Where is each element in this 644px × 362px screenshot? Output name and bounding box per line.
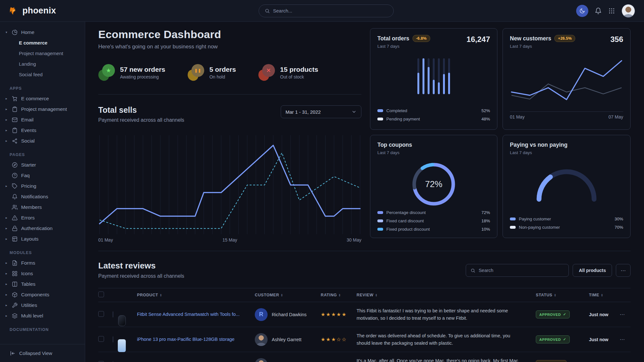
- sidebar-item-errors[interactable]: ▸Errors: [0, 212, 85, 223]
- row-checkbox[interactable]: [98, 361, 104, 362]
- product-link[interactable]: iPhone 13 pro max-Pacific Blue-128GB sto…: [137, 336, 255, 342]
- sort-icon[interactable]: ▲▼: [375, 293, 378, 297]
- caret-right-icon: ▸: [4, 107, 8, 111]
- legend-row-non-paying-customer: Non-paying customer70%: [510, 223, 623, 231]
- total-orders-card: Total orders -6.8% Last 7 days 16,247 Co…: [370, 28, 497, 130]
- order-bar: [443, 58, 445, 94]
- legend-row-completed: Completed52%: [377, 106, 490, 115]
- paying-legend: Paying customer30%Non-paying customer70%: [510, 215, 623, 231]
- sidebar-item-label: Pricing: [21, 183, 36, 189]
- sort-icon[interactable]: ▲▼: [339, 293, 341, 297]
- column-header-review[interactable]: REVIEW▲▼: [357, 293, 536, 297]
- customer-name: Ashley Garrett: [272, 337, 302, 342]
- sidebar-subitem-project-management[interactable]: Project management: [0, 48, 85, 59]
- sidebar-item-faq[interactable]: Faq: [0, 170, 85, 181]
- legend-row-fixed-card-discount: Fixed card discount18%: [377, 217, 490, 225]
- legend-value: 48%: [481, 117, 490, 121]
- order-bar: [428, 58, 430, 94]
- sidebar-item-project-management[interactable]: ▸Project management: [0, 104, 85, 114]
- review-text: It's a Mac, after all. Once you've gone …: [357, 357, 536, 362]
- sidebar-item-label: Project management: [21, 106, 67, 112]
- sidebar-item-layouts[interactable]: ▸Layouts: [0, 234, 85, 244]
- stat-57-new-orders: ★57 new ordersAwating processing: [98, 64, 165, 81]
- row-checkbox[interactable]: [98, 311, 104, 317]
- caret-right-icon: ▸: [4, 314, 8, 317]
- sidebar-item-utilities[interactable]: ▸Utilities: [0, 300, 85, 310]
- theme-toggle-button[interactable]: [576, 5, 588, 17]
- column-header-time[interactable]: TIME▲▼: [589, 293, 620, 297]
- sidebar-item-e-commerce[interactable]: ▸E commerce: [0, 93, 85, 104]
- row-checkbox[interactable]: [98, 336, 104, 342]
- sidebar-item-components[interactable]: ▸Components: [0, 289, 85, 300]
- users-icon: [12, 204, 18, 210]
- user-avatar[interactable]: [622, 4, 635, 18]
- product-thumbnail-fitbit[interactable]: [113, 311, 113, 317]
- collapse-view-button[interactable]: Collapsed View: [0, 344, 85, 362]
- caret-right-icon: ▸: [4, 118, 8, 121]
- reviews-search-input[interactable]: [479, 268, 564, 273]
- sidebar-subitem-e-commerce[interactable]: E commerce: [0, 37, 85, 48]
- sidebar-item-label: Home: [21, 29, 34, 35]
- page-subtitle: Here's what's going on at your business …: [98, 44, 361, 50]
- sidebar-item-events[interactable]: ▸Events: [0, 125, 85, 136]
- review-table-row: Fitbit Sense Advanced Smartwatch with To…: [98, 302, 631, 327]
- star-status-icon: ★: [98, 64, 115, 81]
- sidebar-item-email[interactable]: ▸Email: [0, 114, 85, 125]
- row-more-button[interactable]: ⋯: [620, 336, 625, 342]
- legend-swatch: [377, 228, 383, 231]
- change-badge: -6.8%: [413, 35, 430, 42]
- sidebar-item-forms[interactable]: ▸Forms: [0, 258, 85, 268]
- row-more-button[interactable]: ⋯: [620, 311, 625, 317]
- sidebar-item-pricing[interactable]: ▸Pricing: [0, 181, 85, 191]
- sidebar-item-members[interactable]: Members: [0, 202, 85, 212]
- sidebar-item-starter[interactable]: Starter: [0, 160, 85, 170]
- status-badge: APPROVED ✓: [536, 310, 570, 318]
- sidebar-item-home[interactable]: ▾Home: [0, 27, 85, 37]
- sidebar-item-authentication[interactable]: ▸Authentication: [0, 223, 85, 234]
- all-products-button[interactable]: All products: [573, 264, 612, 277]
- sort-icon[interactable]: ▲▼: [281, 293, 283, 297]
- column-header-product[interactable]: PRODUCT▲▼: [137, 293, 255, 297]
- x-tick: 01 May: [98, 237, 113, 243]
- reviews-search[interactable]: [466, 264, 569, 277]
- sidebar-subitem-landing[interactable]: Landing: [0, 59, 85, 69]
- brand-name: phoenix: [22, 6, 56, 16]
- stats-row: ★57 new ordersAwating processing❚❚5 orde…: [98, 64, 361, 81]
- search-input[interactable]: [273, 8, 388, 13]
- legend-value: 52%: [481, 108, 490, 113]
- sort-icon[interactable]: ▲▼: [601, 293, 603, 297]
- product-thumbnail-iphone[interactable]: [113, 336, 113, 342]
- sidebar-item-icons[interactable]: ▸Icons: [0, 268, 85, 279]
- sidebar-item-social[interactable]: ▸Social: [0, 136, 85, 146]
- notifications-button[interactable]: [595, 7, 602, 14]
- column-header-rating[interactable]: RATING▲▼: [321, 293, 357, 297]
- product-link[interactable]: Fitbit Sense Advanced Smartwatch with To…: [137, 311, 255, 317]
- brand-logo[interactable]: phoenix: [9, 6, 56, 16]
- share-icon: [12, 138, 18, 144]
- sort-icon[interactable]: ▲▼: [554, 293, 557, 297]
- legend-value: 70%: [615, 225, 623, 230]
- sort-icon[interactable]: ▲▼: [160, 293, 162, 297]
- mail-icon: [12, 117, 18, 123]
- reviews-more-button[interactable]: ⋯: [616, 264, 631, 277]
- date-range-select[interactable]: Mar 1 - 31, 2022: [281, 105, 361, 118]
- latest-reviews-section: Latest reviews Payment received across a…: [98, 251, 631, 362]
- column-header-status[interactable]: STATUS▲▼: [536, 293, 589, 297]
- sidebar-subitem-social-feed[interactable]: Social feed: [0, 69, 85, 80]
- card-title: Paying vs non paying: [510, 142, 568, 148]
- sidebar-item-multi-level[interactable]: ▸Multi level: [0, 310, 85, 321]
- sidebar-item-tables[interactable]: ▸Tables: [0, 279, 85, 289]
- global-search[interactable]: [259, 4, 394, 17]
- column-header-customer[interactable]: CUSTOMER▲▼: [255, 293, 321, 297]
- apps-grid-button[interactable]: [608, 7, 615, 14]
- caret-right-icon: ▸: [4, 184, 8, 188]
- order-bar: [417, 58, 419, 94]
- reviews-subtitle: Payment received across all channels: [98, 273, 184, 279]
- caret-right-icon: ▸: [4, 261, 8, 265]
- orders-bar-chart: [417, 58, 450, 94]
- select-all-checkbox[interactable]: [98, 292, 104, 297]
- bell-icon: [595, 7, 602, 14]
- sidebar-item-notifications[interactable]: Notifications: [0, 191, 85, 202]
- search-icon: [471, 268, 475, 273]
- top-coupons-card: Top coupons Last 7 days 72% Percentage d…: [370, 135, 497, 238]
